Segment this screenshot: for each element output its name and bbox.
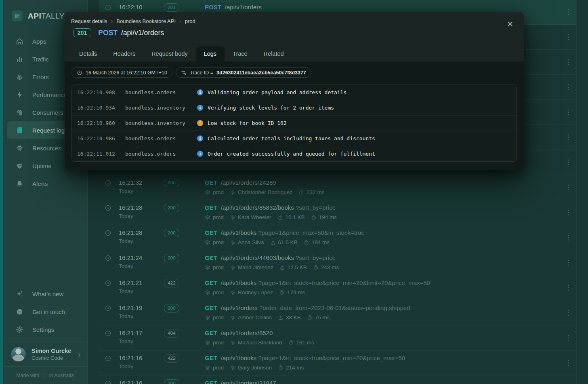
- request-time: 16:21:28: [119, 229, 142, 236]
- request-row[interactable]: 16:21:32 Today 200 GET/api/v1/orders/242…: [99, 175, 576, 200]
- request-row[interactable]: 16:21:16 200 GET/api/v1/orders/31847: [99, 376, 576, 384]
- tab-trace[interactable]: Trace: [225, 46, 256, 61]
- tab-logs[interactable]: Logs: [196, 46, 225, 61]
- duration-item: 75 ms: [307, 314, 330, 321]
- tab-request-body[interactable]: Request body: [143, 46, 195, 61]
- stopwatch-icon: [311, 215, 317, 220]
- duration-label: 243 ms: [321, 264, 339, 270]
- env-item: prod: [205, 214, 224, 220]
- gear-icon: [16, 326, 23, 333]
- request-row[interactable]: 16:21:17 Today 404 GET/api/v1/orders/852…: [99, 325, 576, 350]
- kebab-menu-icon[interactable]: [565, 7, 572, 17]
- consumer-item: Anna Silva: [230, 239, 264, 245]
- breadcrumb-env[interactable]: prod: [185, 18, 195, 24]
- request-row[interactable]: 16:21:21 Today 422 GET/api/v1/books ?pag…: [99, 275, 576, 300]
- log-message: Calculated order totals including taxes …: [208, 135, 375, 141]
- kebab-menu-icon[interactable]: [565, 208, 572, 217]
- fingerprint-icon: [230, 190, 235, 195]
- kebab-menu-icon[interactable]: [565, 258, 572, 268]
- duration-item: 179 ms: [279, 289, 305, 295]
- consumer-label: Gary Johnson: [238, 365, 272, 371]
- kebab-menu-icon[interactable]: [565, 158, 572, 167]
- request-time: 16:21:16: [119, 354, 142, 361]
- kebab-menu-icon[interactable]: [565, 308, 572, 318]
- log-logger: boundless.inventory: [125, 120, 197, 126]
- request-details-modal: Request details › Boundless Bookstore AP…: [65, 12, 524, 170]
- size-item: 10.1 KB: [277, 214, 305, 220]
- clock-icon: [105, 305, 111, 312]
- kebab-menu-icon[interactable]: [565, 57, 572, 67]
- request-date: Today: [119, 263, 133, 269]
- request-time: 16:21:32: [119, 179, 142, 186]
- request-endpoint: GET/api/v1/orders/44603/books ?sort_by=p…: [205, 254, 336, 261]
- request-meta: prod Amber Collins 38 KB 75 ms: [205, 314, 330, 321]
- sidebar-item-label: Performance: [32, 91, 67, 98]
- request-path: /api/v1/orders/8520: [221, 329, 273, 336]
- request-path: /api/v1/orders/31847: [221, 380, 276, 384]
- request-query: ?page=1&in_stock=true&price_min=20&limit…: [258, 279, 430, 286]
- clock-icon: [105, 4, 111, 11]
- apitally-logo[interactable]: APITALLY: [12, 11, 65, 21]
- kebab-menu-icon[interactable]: [565, 108, 572, 117]
- request-path: /api/v1/orders: [225, 4, 262, 11]
- request-row[interactable]: 16:21:16 Today 422 GET/api/v1/books ?pag…: [99, 350, 576, 376]
- modal-title: 201 POST /api/v1/orders: [71, 28, 514, 37]
- request-row[interactable]: 16:21:24 Today 200 GET/api/v1/orders/446…: [99, 250, 576, 275]
- kebab-menu-icon[interactable]: [565, 233, 572, 243]
- size-label: 12.5 KB: [288, 264, 307, 270]
- request-endpoint: GET/api/v1/orders/31847: [205, 380, 276, 384]
- request-meta: prod Anna Silva 61.5 KB 194 ms: [205, 239, 330, 245]
- breadcrumb-app[interactable]: Boundless Bookstore API: [116, 18, 176, 24]
- fingerprint-icon: [230, 315, 235, 321]
- kebab-menu-icon[interactable]: [565, 183, 572, 192]
- tab-related[interactable]: Related: [256, 46, 292, 61]
- consumer-item: Kara Wheeler: [230, 214, 271, 220]
- http-method: GET: [205, 179, 217, 186]
- request-path: /api/v1/orders/24289: [221, 179, 276, 186]
- env-item: prod: [205, 340, 224, 346]
- size-label: 61.5 KB: [278, 239, 298, 245]
- log-logger: boundless.orders: [125, 135, 197, 141]
- sidebar-item-alerts[interactable]: Alerts: [7, 175, 84, 192]
- sidebar-item-label: Errors: [32, 74, 49, 80]
- kebab-menu-icon[interactable]: [565, 133, 572, 142]
- request-row[interactable]: 16:21:28 Today 200 GET/api/v1/books ?pag…: [99, 225, 576, 250]
- kebab-menu-icon[interactable]: [565, 32, 572, 42]
- upload-icon: [279, 265, 285, 270]
- sidebar-item-label: Uptime: [32, 162, 52, 169]
- request-path: /api/v1/books: [221, 279, 256, 286]
- layers-icon: [205, 190, 210, 195]
- stopwatch-icon: [298, 190, 304, 195]
- duration-label: 75 ms: [315, 314, 330, 321]
- modal-header: Request details › Boundless Bookstore AP…: [65, 12, 524, 61]
- modal-tabs: Details Headers Request body Logs Trace …: [71, 46, 292, 61]
- sidebar-item-label: Request logs: [32, 127, 68, 134]
- kebab-menu-icon[interactable]: [565, 333, 572, 343]
- kebab-menu-icon[interactable]: [565, 283, 572, 293]
- tab-details[interactable]: Details: [71, 46, 105, 61]
- user-profile[interactable]: Simon Gurcke Cosmic Code ›: [3, 342, 87, 366]
- sidebar-item-get-in-touch[interactable]: Get in touch: [7, 303, 84, 321]
- request-row[interactable]: 16:21:19 Today 200 GET/api/v1/orders ?or…: [99, 300, 576, 325]
- consumer-item: Michael Strickland: [230, 340, 282, 346]
- request-date: Today: [119, 188, 133, 194]
- request-endpoint: GET/api/v1/orders/85832/books ?sort_by=p…: [205, 204, 336, 211]
- duration-label: 194 ms: [312, 239, 330, 245]
- clock-icon: [105, 230, 111, 236]
- sidebar-item-whats-new[interactable]: What’s new: [7, 285, 84, 303]
- sidebar-item-settings[interactable]: Settings: [7, 321, 84, 338]
- breadcrumb-root: Request details: [71, 18, 107, 24]
- close-icon[interactable]: [504, 18, 516, 30]
- tab-headers[interactable]: Headers: [105, 46, 143, 61]
- request-time: 16:21:17: [119, 329, 142, 336]
- request-row[interactable]: 16:21:28 Today 200 GET/api/v1/orders/858…: [99, 200, 576, 225]
- chevron-right-icon: ›: [179, 18, 181, 24]
- home-icon: [16, 38, 23, 45]
- kebab-menu-icon[interactable]: [565, 358, 572, 368]
- fingerprint-icon: [230, 240, 235, 245]
- consumer-label: Amber Collins: [238, 314, 272, 321]
- fingerprint-icon: [230, 340, 235, 346]
- kebab-menu-icon[interactable]: [565, 82, 572, 92]
- request-endpoint: GET/api/v1/books ?page=1&in_stock=true&p…: [205, 354, 405, 361]
- status-badge: 201: [164, 3, 179, 12]
